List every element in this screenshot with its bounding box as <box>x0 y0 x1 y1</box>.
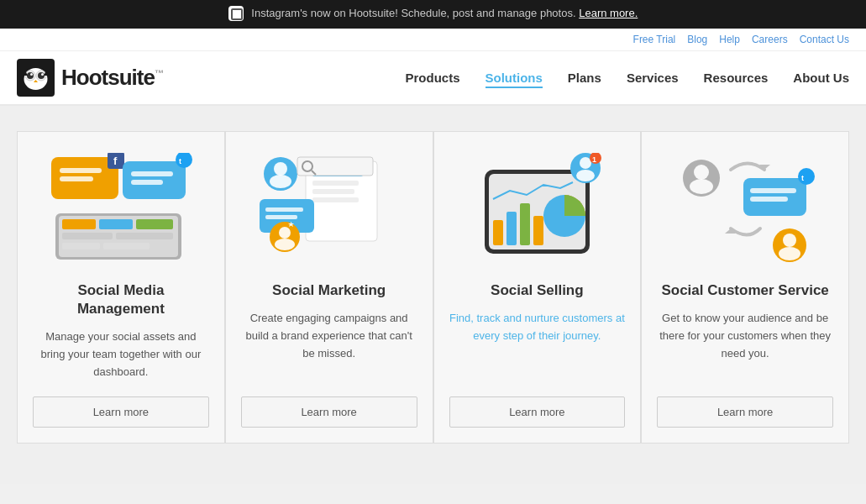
svg-text:t: t <box>801 174 804 182</box>
svg-rect-37 <box>312 197 359 202</box>
svg-rect-65 <box>750 188 796 193</box>
card1-illustration: f t <box>47 153 194 262</box>
svg-rect-17 <box>131 171 173 176</box>
svg-point-5 <box>38 72 45 79</box>
svg-text:t: t <box>179 157 181 165</box>
svg-text:1: 1 <box>592 155 596 164</box>
nav-links: Products Solutions Plans Services Resour… <box>406 71 850 86</box>
svg-point-4 <box>27 72 34 79</box>
nav-free-trial[interactable]: Free Trial <box>633 34 676 45</box>
nav-services[interactable]: Services <box>627 71 679 86</box>
svg-rect-43 <box>265 215 297 219</box>
card-social-media-management: f t <box>17 131 225 444</box>
svg-rect-53 <box>533 216 543 245</box>
svg-rect-27 <box>116 233 173 239</box>
banner-text: Instagram's now on Hootsuite! Schedule, … <box>251 7 575 19</box>
nav-products[interactable]: Products <box>406 71 460 86</box>
utility-nav: Free Trial Blog Help Careers Contact Us <box>0 29 866 51</box>
main-nav: Hootsuite™ Products Solutions Plans Serv… <box>0 51 866 106</box>
content-area: f t <box>0 106 866 484</box>
svg-rect-51 <box>506 212 517 245</box>
card-social-customer-service: t Social Customer Service Get to know yo… <box>641 131 849 444</box>
card-social-marketing: Social Marketing Create engaging campaig… <box>225 131 433 444</box>
card3-desc: Find, track and nurture customers at eve… <box>449 310 626 381</box>
card1-desc: Manage your social assets and bring your… <box>33 328 209 381</box>
svg-point-62 <box>690 179 713 194</box>
svg-rect-29 <box>103 243 150 249</box>
card2-title: Social Marketing <box>272 281 386 300</box>
hootsuite-owl-logo <box>17 59 55 97</box>
card4-learn-more-button[interactable]: Learn more <box>657 396 833 428</box>
nav-about-us[interactable]: About Us <box>793 71 849 86</box>
svg-point-45 <box>279 227 291 239</box>
svg-rect-26 <box>62 233 113 239</box>
svg-point-32 <box>270 175 291 188</box>
svg-point-57 <box>576 170 595 181</box>
top-banner: Instagram's now on Hootsuite! Schedule, … <box>0 0 866 29</box>
nav-careers[interactable]: Careers <box>752 34 788 45</box>
svg-point-72 <box>779 247 800 260</box>
banner-learn-more-link[interactable]: Learn more. <box>579 7 638 19</box>
svg-rect-24 <box>99 219 133 229</box>
svg-rect-36 <box>312 189 354 194</box>
card3-image: 1 <box>461 149 612 266</box>
card1-learn-more-button[interactable]: Learn more <box>33 396 209 428</box>
svg-rect-42 <box>265 207 303 212</box>
card2-desc: Create engaging campaigns and build a br… <box>241 310 417 381</box>
nav-solutions[interactable]: Solutions <box>485 71 543 86</box>
svg-rect-35 <box>312 181 359 186</box>
svg-rect-28 <box>62 243 100 249</box>
svg-rect-38 <box>297 157 373 176</box>
logo-area[interactable]: Hootsuite™ <box>17 59 163 97</box>
nav-plans[interactable]: Plans <box>568 71 601 86</box>
svg-point-31 <box>274 162 287 176</box>
nav-blog[interactable]: Blog <box>687 34 707 45</box>
svg-rect-23 <box>62 219 96 229</box>
svg-point-6 <box>30 73 33 76</box>
card4-illustration: t <box>672 153 819 262</box>
svg-text:f: f <box>113 155 118 167</box>
card2-illustration <box>255 153 402 262</box>
svg-rect-50 <box>493 220 503 245</box>
svg-rect-25 <box>136 219 173 229</box>
svg-point-61 <box>694 165 709 180</box>
svg-point-7 <box>41 73 44 76</box>
logo-text: Hootsuite™ <box>61 65 163 91</box>
svg-point-56 <box>580 157 591 169</box>
card2-image <box>254 149 405 266</box>
svg-point-67 <box>798 168 815 185</box>
card4-desc: Get to know your audience and be there f… <box>657 310 833 381</box>
svg-point-46 <box>275 239 295 250</box>
nav-contact-us[interactable]: Contact Us <box>800 34 849 45</box>
nav-resources[interactable]: Resources <box>704 71 769 86</box>
card1-title: Social Media Management <box>33 281 209 318</box>
card1-image: f t <box>45 149 197 266</box>
svg-rect-12 <box>60 168 102 173</box>
card2-learn-more-button[interactable]: Learn more <box>241 396 417 428</box>
card3-learn-more-button[interactable]: Learn more <box>449 396 626 428</box>
svg-rect-66 <box>750 197 788 202</box>
svg-point-71 <box>783 234 796 247</box>
card-social-selling: 1 Social Selling Find, track and nurture… <box>433 131 642 444</box>
card3-illustration: 1 <box>464 153 611 262</box>
instagram-icon <box>228 6 244 21</box>
cards-grid: f t <box>17 131 849 444</box>
card4-image: t <box>669 149 821 266</box>
svg-rect-13 <box>60 176 93 181</box>
svg-rect-18 <box>131 180 163 185</box>
svg-rect-52 <box>520 203 530 245</box>
card3-title: Social Selling <box>491 281 584 300</box>
card4-title: Social Customer Service <box>661 281 828 300</box>
nav-help[interactable]: Help <box>719 34 740 45</box>
